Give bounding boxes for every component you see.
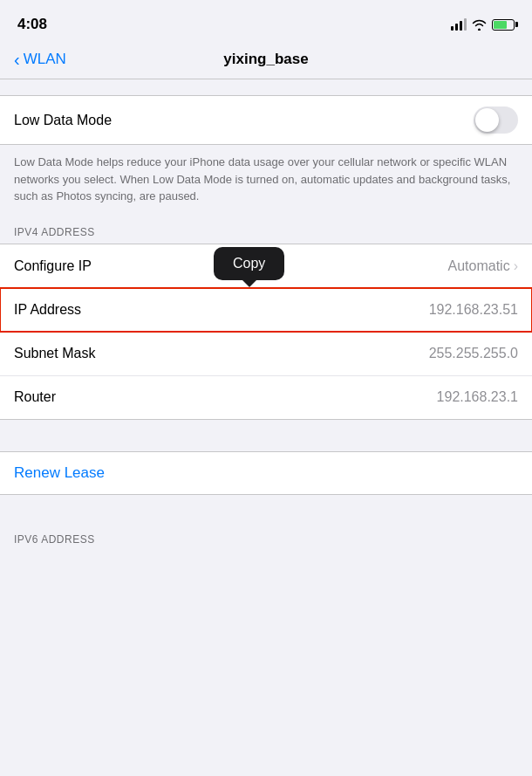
configure-ip-chevron-icon: › (514, 258, 518, 274)
battery-icon (492, 19, 515, 31)
low-data-mode-toggle[interactable] (474, 106, 518, 134)
page-title: yixing_base (223, 51, 308, 68)
configure-ip-label: Configure IP (14, 258, 92, 274)
ipv4-section-header: IPV4 ADDRESS (0, 219, 532, 244)
router-value: 192.168.23.1 (437, 389, 518, 405)
copy-tooltip-label[interactable]: Copy (214, 247, 284, 280)
nav-bar: ‹ WLAN yixing_base (0, 44, 532, 79)
low-data-mode-group: Low Data Mode (0, 95, 532, 145)
subnet-mask-label: Subnet Mask (14, 346, 95, 361)
ip-address-label: IP Address (14, 302, 81, 318)
configure-ip-value: Automatic › (448, 258, 518, 274)
ipv4-group: Configure IP Automatic › Copy IP Address… (0, 244, 532, 420)
router-label: Router (14, 389, 56, 405)
status-time: 4:08 (17, 16, 47, 33)
ip-address-value: 192.168.23.51 (429, 302, 518, 318)
renew-lease-row[interactable]: Renew Lease (0, 451, 532, 495)
wifi-icon (472, 19, 487, 31)
signal-icon (451, 18, 467, 31)
low-data-mode-label: Low Data Mode (14, 113, 112, 128)
back-chevron-icon: ‹ (14, 51, 20, 68)
status-bar: 4:08 (0, 0, 532, 44)
copy-tooltip[interactable]: Copy (214, 247, 284, 280)
status-icons (451, 18, 515, 31)
back-button[interactable]: ‹ WLAN (14, 51, 66, 68)
back-label: WLAN (24, 51, 66, 68)
subnet-mask-row: Subnet Mask 255.255.255.0 (0, 332, 532, 375)
subnet-mask-value: 255.255.255.0 (429, 346, 518, 361)
low-data-mode-row: Low Data Mode (0, 96, 532, 144)
gap-2 (0, 420, 532, 451)
low-data-mode-description: Low Data Mode helps reduce your iPhone d… (0, 145, 532, 219)
gap-3 (0, 495, 532, 526)
ip-address-row[interactable]: Copy IP Address 192.168.23.51 (0, 288, 532, 332)
renew-lease-label[interactable]: Renew Lease (14, 464, 105, 481)
ipv6-section-header: IPV6 ADDRESS (0, 526, 532, 551)
router-row: Router 192.168.23.1 (0, 375, 532, 419)
gap-1 (0, 79, 532, 95)
